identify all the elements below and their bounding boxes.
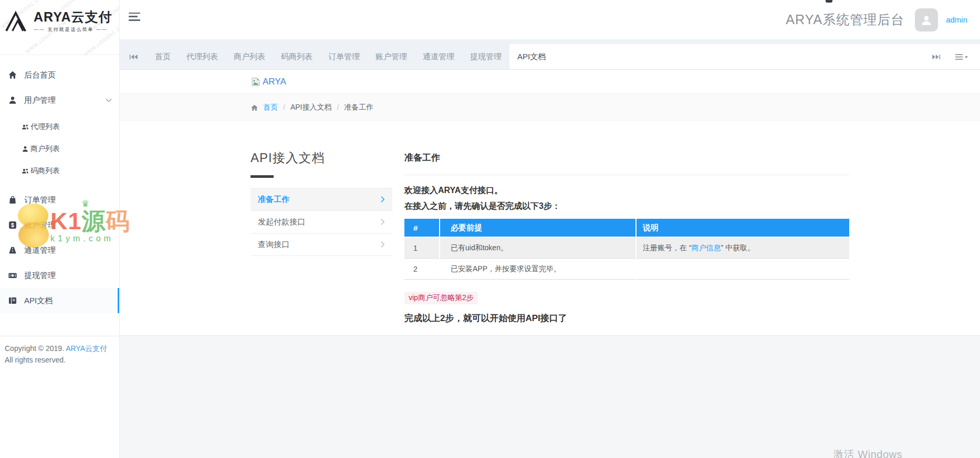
cell-num: 2 bbox=[404, 259, 439, 280]
road-icon bbox=[8, 246, 17, 255]
doc-menu-item-query-api[interactable]: 查询接口 bbox=[251, 233, 392, 256]
cell-prereq: 已安装APP，并按要求设置完毕。 bbox=[439, 259, 635, 280]
tab-bar: 首页 代理列表 商户列表 码商列表 订单管理 账户管理 通道管理 提现管理 AP… bbox=[120, 39, 980, 70]
sidebar-item-agent-list[interactable]: 代理列表 bbox=[0, 116, 119, 138]
prerequisites-table: # 必要前提 说明 1 已有uid和token。 注册账号，在 “商户信息” 中… bbox=[404, 219, 849, 280]
chevron-right-icon bbox=[380, 241, 385, 248]
hamburger-menu-icon[interactable] bbox=[129, 13, 140, 21]
breadcrumb-item-api-docs: API接入文档 bbox=[290, 103, 332, 112]
top-notch-decoration bbox=[826, 0, 832, 3]
sidebar-logo[interactable]: WWW.LOGOSC.CN WWW.LOGOSC.CN WWW.LOGOSC.C… bbox=[0, 0, 119, 55]
sidebar-item-account-management[interactable]: $ 账户管理 bbox=[0, 212, 119, 238]
users-icon bbox=[22, 123, 29, 131]
breadcrumb-home-link[interactable]: 首页 bbox=[263, 103, 278, 112]
sidebar-item-withdrawal-management[interactable]: 提现管理 bbox=[0, 263, 119, 288]
copyright-suffix: All rights reserved. bbox=[5, 356, 66, 364]
sidebar-item-label: 后台首页 bbox=[24, 70, 56, 80]
copyright: Copyright © 2019. ARYA云支付 All rights res… bbox=[0, 336, 119, 366]
tab-home[interactable]: 首页 bbox=[147, 44, 179, 69]
tab-merchant-list[interactable]: 商户列表 bbox=[226, 44, 273, 69]
cell-prereq: 已有uid和token。 bbox=[439, 238, 635, 259]
sidebar-item-codemerchant-list[interactable]: 码商列表 bbox=[0, 160, 119, 182]
tab-bar-right-tools bbox=[554, 44, 980, 69]
broken-image-alt-text: ARYA bbox=[263, 77, 286, 87]
user-icon bbox=[8, 95, 17, 105]
sidebar-item-order-management[interactable]: 订单管理 bbox=[0, 187, 119, 212]
arya-logo-icon bbox=[4, 9, 30, 34]
tab-api-docs[interactable]: API文档 bbox=[509, 44, 554, 69]
breadcrumb-separator: / bbox=[283, 103, 285, 112]
sidebar-item-label: 账户管理 bbox=[24, 220, 56, 230]
doc-menu: 准备工作 发起付款接口 查询接口 bbox=[251, 188, 392, 256]
shopping-bag-icon bbox=[8, 195, 17, 205]
sidebar-item-channel-management[interactable]: 通道管理 bbox=[0, 238, 119, 263]
vip-note-badge: vip商户可忽略第2步 bbox=[404, 292, 478, 304]
intro-line-2: 在接入之前，请先确认是否完成以下3步： bbox=[404, 201, 849, 212]
doc-panel-title: API接入文档 bbox=[251, 150, 392, 166]
doc-menu-label: 发起付款接口 bbox=[258, 217, 305, 227]
breadcrumb-home-icon bbox=[251, 104, 258, 112]
system-title: ARYA系统管理后台 bbox=[786, 11, 904, 28]
sidebar-item-label: 通道管理 bbox=[24, 246, 56, 255]
table-header-num: # bbox=[404, 219, 439, 238]
note-suffix: ” 中获取。 bbox=[721, 243, 755, 252]
cell-num: 1 bbox=[404, 238, 439, 259]
tab-withdrawal-management[interactable]: 提现管理 bbox=[462, 44, 509, 69]
title-underline-bar bbox=[251, 175, 274, 178]
page-logo-strip: ARYA bbox=[120, 70, 980, 93]
user-avatar[interactable] bbox=[915, 8, 938, 31]
doc-content-panel: 准备工作 欢迎接入ARYA支付接口。 在接入之前，请先确认是否完成以下3步： #… bbox=[404, 150, 849, 324]
tab-agent-list[interactable]: 代理列表 bbox=[179, 44, 226, 69]
sidebar: WWW.LOGOSC.CN WWW.LOGOSC.CN WWW.LOGOSC.C… bbox=[0, 0, 120, 458]
copyright-brand-link[interactable]: ARYA云支付 bbox=[66, 344, 107, 353]
rewind-tabs-icon[interactable] bbox=[120, 44, 147, 69]
closing-line: 完成以上2步，就可以开始使用API接口了 bbox=[404, 312, 849, 324]
table-header-note: 说明 bbox=[635, 219, 849, 238]
admin-user-link[interactable]: admin bbox=[946, 15, 967, 24]
doc-menu-label: 准备工作 bbox=[258, 195, 289, 205]
screen: WWW.LOGOSC.CN WWW.LOGOSC.CN WWW.LOGOSC.C… bbox=[0, 0, 980, 458]
doc-menu-item-preparation[interactable]: 准备工作 bbox=[251, 188, 392, 211]
sidebar-item-dashboard[interactable]: 后台首页 bbox=[0, 62, 119, 88]
home-icon bbox=[8, 70, 17, 80]
table-header-prereq: 必要前提 bbox=[439, 219, 635, 238]
tab-channel-management[interactable]: 通道管理 bbox=[415, 44, 462, 69]
sidebar-item-merchant-list[interactable]: 商户列表 bbox=[0, 138, 119, 160]
cell-note bbox=[635, 259, 849, 280]
sidebar-item-label: 订单管理 bbox=[24, 195, 56, 205]
sidebar-item-label: 用户管理 bbox=[24, 95, 56, 105]
tab-order-management[interactable]: 订单管理 bbox=[320, 44, 368, 69]
activate-windows-watermark: 激活 Windows bbox=[833, 448, 902, 458]
logo-title: ARYA云支付 bbox=[34, 10, 112, 25]
doc-menu-label: 查询接口 bbox=[258, 240, 289, 250]
sidebar-item-label: 代理列表 bbox=[30, 122, 60, 132]
chevron-down-icon bbox=[106, 98, 112, 102]
user-icon bbox=[22, 145, 29, 153]
copyright-prefix: Copyright © 2019. bbox=[5, 344, 66, 353]
avatar-person-icon bbox=[920, 13, 933, 27]
fast-forward-tabs-icon[interactable] bbox=[932, 54, 941, 60]
sidebar-item-label: 提现管理 bbox=[24, 271, 56, 281]
svg-text:$: $ bbox=[11, 222, 14, 228]
banknote-icon bbox=[8, 271, 17, 280]
table-row: 1 已有uid和token。 注册账号，在 “商户信息” 中获取。 bbox=[404, 238, 849, 259]
sidebar-item-api-docs[interactable]: API文档 bbox=[0, 288, 119, 313]
tab-codemerchant-list[interactable]: 码商列表 bbox=[273, 44, 320, 69]
top-header: ARYA系统管理后台 admin bbox=[120, 0, 980, 39]
breadcrumb-item-current: 准备工作 bbox=[344, 103, 373, 112]
tab-account-management[interactable]: 账户管理 bbox=[368, 44, 415, 69]
breadcrumb-separator: / bbox=[337, 103, 339, 112]
logo-tagline: —— 支付就是这么简单 —— bbox=[34, 26, 112, 33]
sidebar-item-user-management[interactable]: 用户管理 bbox=[0, 88, 119, 113]
page-content: API接入文档 准备工作 发起付款接口 bbox=[120, 121, 980, 336]
merchant-info-link[interactable]: 商户信息 bbox=[692, 243, 721, 252]
section-title: 准备工作 bbox=[404, 152, 849, 175]
sidebar-submenu-users: 代理列表 商户列表 码商列表 bbox=[0, 113, 119, 187]
doc-nav-panel: API接入文档 准备工作 发起付款接口 bbox=[251, 150, 392, 324]
sidebar-nav: 后台首页 用户管理 代理列表 bbox=[0, 55, 119, 313]
main-area: ARYA系统管理后台 admin 首页 代理列表 商户列表 码商列表 订单管理 … bbox=[120, 0, 980, 458]
chevron-right-icon bbox=[380, 196, 385, 203]
intro-line-1: 欢迎接入ARYA支付接口。 bbox=[404, 185, 849, 196]
doc-menu-item-initiate-payment[interactable]: 发起付款接口 bbox=[251, 211, 392, 233]
tab-list-menu-icon[interactable] bbox=[955, 54, 968, 60]
